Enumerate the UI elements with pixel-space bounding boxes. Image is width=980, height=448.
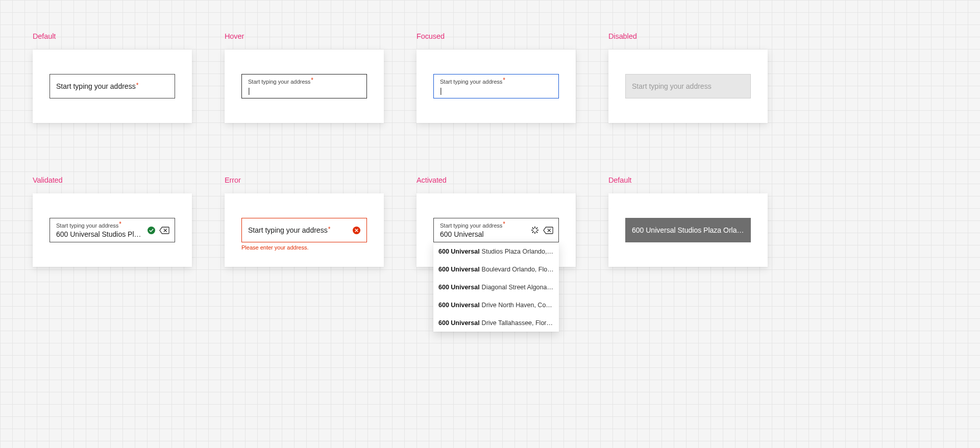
suggestion-item[interactable]: 600 Universal Diagonal Street Algona, Io… bbox=[433, 278, 559, 296]
address-value: 600 Universal Studios Pla... bbox=[56, 230, 143, 238]
address-input-default[interactable]: Start typing your address* bbox=[50, 74, 175, 98]
variant-hover: Hover Start typing your address* | bbox=[225, 32, 384, 123]
address-input-validated[interactable]: Start typing your address* 600 Universal… bbox=[50, 218, 175, 242]
variant-default: Default Start typing your address* bbox=[33, 32, 192, 123]
address-floating-label: Start typing your address* bbox=[440, 222, 527, 229]
text-cursor: | bbox=[248, 87, 360, 94]
error-message: Please enter your address. bbox=[241, 244, 308, 251]
field-card: Start typing your address* 600 Universal… bbox=[33, 193, 192, 267]
variant-label: Default bbox=[608, 176, 768, 184]
address-input-error[interactable]: Start typing your address* bbox=[241, 218, 367, 242]
field-card: Start typing your address* Please enter … bbox=[225, 193, 384, 267]
variant-activated: Activated Start typing your address* 600… bbox=[416, 176, 576, 267]
required-asterisk: * bbox=[328, 226, 331, 233]
field-card: Start typing your address* 600 Universal bbox=[416, 193, 576, 267]
svg-line-6 bbox=[532, 228, 533, 229]
required-asterisk: * bbox=[311, 77, 313, 84]
required-asterisk: * bbox=[503, 220, 505, 228]
field-icons bbox=[353, 227, 360, 234]
required-asterisk: * bbox=[503, 77, 505, 84]
field-card: Start typing your address* | bbox=[225, 49, 384, 123]
variant-error: Error Start typing your address* Please … bbox=[225, 176, 384, 267]
spinner-icon bbox=[531, 226, 539, 234]
error-circle-icon bbox=[353, 227, 360, 234]
address-placeholder: Start typing your address* bbox=[56, 82, 168, 90]
svg-line-9 bbox=[536, 228, 537, 229]
address-value: 600 Universal Studios Plaza Orland... bbox=[632, 226, 744, 234]
address-floating-label: Start typing your address* bbox=[440, 78, 552, 85]
suggestion-item[interactable]: 600 Universal Boulevard Orlando, Florida… bbox=[433, 260, 559, 278]
address-display-readonly: 600 Universal Studios Plaza Orland... bbox=[625, 218, 751, 242]
address-placeholder: Start typing your address bbox=[632, 82, 744, 90]
suggestions-dropdown: 600 Universal Studios Plaza Orlando, Flo… bbox=[433, 242, 559, 332]
field-card: Start typing your address* | bbox=[416, 49, 576, 123]
variant-label: Focused bbox=[416, 32, 576, 40]
variant-label: Default bbox=[33, 32, 192, 40]
address-value: 600 Universal bbox=[440, 230, 527, 238]
clear-icon[interactable] bbox=[543, 227, 553, 234]
address-input-focused[interactable]: Start typing your address* | bbox=[433, 74, 559, 98]
address-input-hover[interactable]: Start typing your address* | bbox=[241, 74, 367, 98]
field-icons bbox=[148, 227, 169, 234]
suggestion-item[interactable]: 600 Universal Drive North Haven, Conne..… bbox=[433, 296, 559, 314]
text-cursor: | bbox=[440, 87, 552, 94]
variant-label: Activated bbox=[416, 176, 576, 184]
suggestion-item[interactable]: 600 Universal Studios Plaza Orlando, Flo… bbox=[433, 242, 559, 260]
svg-point-0 bbox=[148, 227, 155, 234]
variant-label: Disabled bbox=[608, 32, 768, 40]
svg-line-7 bbox=[536, 232, 537, 233]
field-card: Start typing your address* bbox=[33, 49, 192, 123]
field-icons bbox=[531, 226, 553, 234]
address-floating-label: Start typing your address* bbox=[56, 222, 143, 229]
check-circle-icon bbox=[148, 227, 155, 234]
required-asterisk: * bbox=[136, 82, 139, 89]
variant-focused: Focused Start typing your address* | bbox=[416, 32, 576, 123]
address-floating-label: Start typing your address* bbox=[248, 78, 360, 85]
variant-validated: Validated Start typing your address* 600… bbox=[33, 176, 192, 267]
address-input-activated[interactable]: Start typing your address* 600 Universal bbox=[433, 218, 559, 242]
address-input-disabled: Start typing your address bbox=[625, 74, 751, 98]
required-asterisk: * bbox=[119, 220, 121, 228]
variant-label: Hover bbox=[225, 32, 384, 40]
variant-label: Validated bbox=[33, 176, 192, 184]
variant-label: Error bbox=[225, 176, 384, 184]
suggestion-item[interactable]: 600 Universal Drive Tallahassee, Florida… bbox=[433, 314, 559, 332]
field-card: Start typing your address bbox=[608, 49, 768, 123]
variant-disabled: Disabled Start typing your address bbox=[608, 32, 768, 123]
field-card: 600 Universal Studios Plaza Orland... bbox=[608, 193, 768, 267]
clear-icon[interactable] bbox=[159, 227, 169, 234]
svg-line-8 bbox=[532, 232, 533, 233]
variant-readonly: Default 600 Universal Studios Plaza Orla… bbox=[608, 176, 768, 267]
address-placeholder: Start typing your address* bbox=[248, 226, 349, 234]
